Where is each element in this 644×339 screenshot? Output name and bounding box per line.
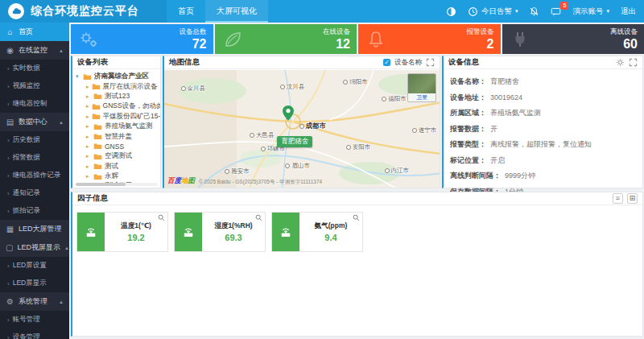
chevron-right-icon: › xyxy=(7,208,10,215)
sidebar-section-data-center[interactable]: ▤ 数据中心 ▲ xyxy=(0,113,69,131)
tree-node[interactable]: ▸空调测试 xyxy=(76,151,159,161)
map-city-label: 大邑县 xyxy=(250,131,275,139)
theme-icon[interactable] xyxy=(446,6,456,17)
magnifier-icon[interactable] xyxy=(255,214,262,221)
stat-label: 在线设备 xyxy=(323,27,350,37)
horizontal-scrollbar[interactable] xyxy=(76,183,158,186)
collapse-icon: ▲ xyxy=(64,246,69,250)
tree-collapsed-icon[interactable]: ▸ xyxy=(86,93,91,100)
stat-card-total-devices[interactable]: 设备总数 72 xyxy=(71,24,213,54)
factor-card-temperature[interactable]: 温度1(℃) 19.2 xyxy=(76,212,168,252)
sidebar-item-led-screen-manage[interactable]: ▦ LED大屏管理 xyxy=(0,220,69,238)
map-layer-toggle[interactable]: 卫星 xyxy=(407,73,436,102)
tree-collapsed-icon[interactable]: ▸ xyxy=(86,163,91,170)
sidebar-item-led-show[interactable]: ›LED屏显示 xyxy=(0,275,69,292)
stat-card-offline-devices[interactable]: 离线设备 60 xyxy=(502,24,644,54)
folder-icon xyxy=(93,133,102,140)
info-label: 设备名称： xyxy=(450,74,486,90)
tree-node[interactable]: ▸GNSS xyxy=(76,142,159,151)
tree-collapsed-icon[interactable]: ▸ xyxy=(86,103,89,110)
sidebar-item-alarm-data[interactable]: ›报警数据 xyxy=(0,149,69,167)
sidebar-item-video-monitor[interactable]: ›视频监控 xyxy=(0,77,69,95)
tree-collapsed-icon[interactable]: ▸ xyxy=(86,173,91,180)
folder-icon xyxy=(92,83,101,90)
fullscreen-icon[interactable] xyxy=(629,58,638,67)
mute-bell-icon[interactable] xyxy=(529,6,539,17)
nav-bigscreen[interactable]: 大屏可视化 xyxy=(205,0,268,23)
tree-node[interactable]: ▸智慧井盖 xyxy=(76,131,159,141)
tree-node[interactable]: ▸展厅在线演示设备（勿 xyxy=(76,81,159,91)
map-city-label: 金川县 xyxy=(181,85,206,93)
factor-card-ammonia[interactable]: 氨气(ppm) 9.4 xyxy=(271,212,363,252)
magnifier-icon[interactable] xyxy=(158,214,165,221)
tree-expanded-icon[interactable]: ▾ xyxy=(76,73,80,80)
sidebar-item-device-manage[interactable]: ›设备管理 xyxy=(0,329,69,339)
device-marker-pin[interactable] xyxy=(283,105,294,121)
factor-card-humidity[interactable]: 湿度1(%RH) 69.3 xyxy=(174,212,266,252)
sidebar-item-history-data[interactable]: ›历史数据 xyxy=(0,131,69,149)
message-icon[interactable]: 5 xyxy=(551,6,561,17)
factor-name: 氨气(ppm) xyxy=(315,221,348,231)
chevron-right-icon: › xyxy=(7,316,10,324)
sidebar-item-account-manage[interactable]: ›账号管理 xyxy=(0,311,69,329)
info-row: 设备名称：育肥猪舍 xyxy=(450,74,636,90)
settings-icon[interactable] xyxy=(616,58,625,67)
today-alarm-dropdown[interactable]: 今日告警 ▾ xyxy=(468,6,518,17)
logout-button[interactable]: 退出 xyxy=(621,6,636,17)
tree-root-node[interactable]: ▾ 济南翼综合产业区 xyxy=(76,72,159,81)
info-row: 标记位置：开启 xyxy=(450,153,636,169)
nav-home[interactable]: 首页 xyxy=(167,0,205,23)
tree-node[interactable]: ▸永辉 xyxy=(76,172,159,181)
device-name-checkbox[interactable]: ✓ xyxy=(383,59,390,66)
tree-collapsed-icon[interactable]: ▸ xyxy=(86,143,91,150)
sidebar-item-realtime-data[interactable]: ›实时数据 xyxy=(0,60,69,77)
sidebar-section-system[interactable]: ⚙ 系统管理 ▲ xyxy=(0,292,69,311)
tree-node[interactable]: ▸养殖场氨气监测 xyxy=(76,122,159,131)
info-row: 所属区域：养殖场氨气监测 xyxy=(450,105,636,122)
sidebar-section-label: 数据中心 xyxy=(19,117,47,127)
fullscreen-icon[interactable] xyxy=(426,58,435,67)
sidebar-item-label: 抓拍记录 xyxy=(13,206,40,216)
factor-cards: 温度1(℃) 19.2 湿度1(%RH) 69.3 氨气(ppm) 9.4 xyxy=(72,205,642,258)
sidebar-item-label: 首页 xyxy=(19,27,33,37)
tree-node-label: 测试 xyxy=(105,162,118,172)
tree-node[interactable]: ▸平煤股份四矿己15-31 xyxy=(76,112,159,122)
tree-collapsed-icon[interactable]: ▸ xyxy=(86,84,89,90)
stat-card-online-devices[interactable]: 在线设备 12 xyxy=(215,24,357,54)
magnifier-icon[interactable] xyxy=(353,214,360,221)
top-navbar: 综合环境监控云平台 首页 大屏可视化 今日告警 ▾ 5 演示账号 ▾ 退出 xyxy=(0,0,644,23)
stat-card-alarm-devices[interactable]: 报警设备 2 xyxy=(358,24,501,54)
tree-collapsed-icon[interactable]: ▸ xyxy=(86,114,89,120)
account-dropdown[interactable]: 演示账号 ▾ xyxy=(572,6,609,17)
tree-node[interactable]: ▸GNSS设备，勿动勿改 xyxy=(76,101,159,111)
sidebar-section-online-monitor[interactable]: ◉ 在线监控 ▲ xyxy=(0,41,69,60)
sidebar-item-label: 报警数据 xyxy=(13,153,40,163)
collapse-icon: ▲ xyxy=(59,48,64,53)
list-view-icon[interactable]: ≡ xyxy=(613,193,623,204)
panel-title: 地图信息 xyxy=(169,57,200,68)
tree-node-label: 展厅在线演示设备（勿 xyxy=(103,82,160,92)
sidebar-item-notice-log[interactable]: ›通知记录 xyxy=(0,184,69,202)
device-marker-label[interactable]: 育肥猪舍 xyxy=(277,136,312,147)
sidebar-item-home[interactable]: ⌂ 首页 xyxy=(0,23,69,41)
sidebar-item-snapshot-log[interactable]: ›抓拍记录 xyxy=(0,202,69,220)
folder-icon xyxy=(92,103,101,110)
stat-label: 报警设备 xyxy=(467,27,494,37)
grid-view-icon[interactable]: ⊞ xyxy=(627,193,638,204)
sidebar-item-led-settings[interactable]: ›LED屏设置 xyxy=(0,257,69,275)
tree-collapsed-icon[interactable]: ▸ xyxy=(86,134,91,140)
sidebar-item-relay-control[interactable]: ›继电器控制 xyxy=(0,95,69,113)
tree-collapsed-icon[interactable]: ▸ xyxy=(86,123,91,130)
folder-icon xyxy=(93,153,102,160)
folder-icon xyxy=(93,163,102,170)
tree-collapsed-icon[interactable]: ▸ xyxy=(86,153,91,159)
tree-node[interactable]: ▸测试 xyxy=(76,162,159,172)
sidebar-item-label: 视频监控 xyxy=(13,81,40,91)
sidebar-section-led-display[interactable]: ▢ LED视屏显示 ▲ xyxy=(0,238,69,257)
tree-node[interactable]: ▸测试123 xyxy=(76,92,159,101)
sidebar-item-relay-log[interactable]: ›继电器操作记录 xyxy=(0,167,69,184)
chevron-right-icon: › xyxy=(7,101,10,108)
tree-node-label: 测试123 xyxy=(105,92,130,101)
collapse-icon: ▲ xyxy=(59,300,64,304)
map-canvas[interactable]: 金川县 汶川县 绵阳市 德阳市 成都市 遂宁市 大邑县 邛崃市 眉山市 雅安市 … xyxy=(164,70,440,188)
